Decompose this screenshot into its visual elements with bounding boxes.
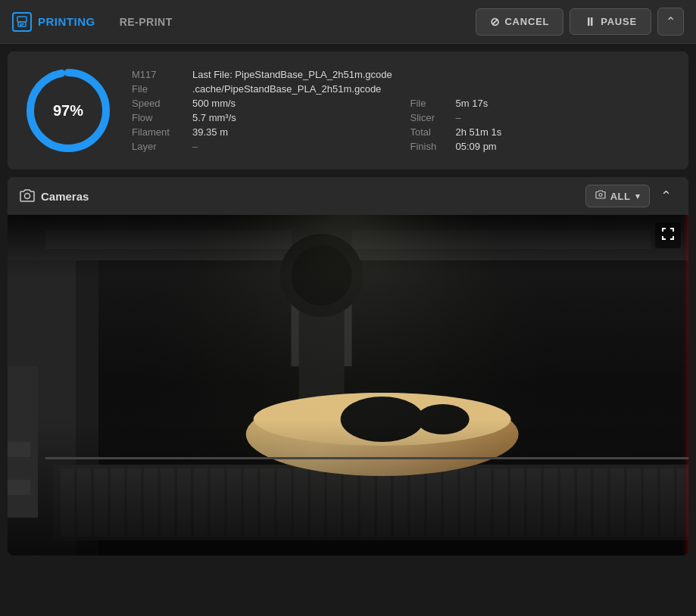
printing-badge: PRINTING [12,12,95,32]
printing-label: PRINTING [38,15,95,28]
svg-rect-0 [17,17,27,22]
flow-value: 5.7 mm³/s [192,112,410,123]
camera-icon [20,188,35,204]
collapse-icon: ⌃ [660,188,672,204]
chevron-down-icon: ▾ [635,191,641,201]
cameras-header: Cameras ALL ▾ ⌃ [8,177,688,215]
m117-value: Last File: PipeStandBase_PLA_2h51m.gcode [192,69,673,80]
pause-label: PAUSE [601,16,637,27]
flow-label: Flow [132,112,192,123]
cancel-label: CANCEL [504,16,549,27]
slicer-value: – [456,112,674,123]
cameras-all-button[interactable]: ALL ▾ [585,185,650,207]
svg-rect-3 [20,25,23,26]
header-right: ⊘ CANCEL ⏸ PAUSE ⌃ [476,8,684,36]
cancel-button[interactable]: ⊘ CANCEL [476,8,564,36]
m117-row: M117 Last File: PipeStandBase_PLA_2h51m.… [132,69,673,80]
filament-label: Filament [132,126,192,138]
fullscreen-button[interactable] [655,222,681,248]
info-rows: M117 Last File: PipeStandBase_PLA_2h51m.… [132,69,673,152]
file-label: File [132,83,192,95]
filament-value: 39.35 m [192,126,410,138]
layer-value: – [192,141,410,152]
file-time-value: 5m 17s [456,98,674,109]
printer-icon [12,12,32,32]
progress-percent: 97% [53,102,83,120]
cameras-title: Cameras [20,188,578,204]
header: PRINTING RE-PRINT ⊘ CANCEL ⏸ PAUSE ⌃ [0,0,696,44]
cameras-label: Cameras [41,190,89,203]
svg-rect-2 [20,23,24,25]
progress-circle: 97% [23,65,114,156]
all-camera-icon [595,190,606,202]
cameras-collapse-button[interactable]: ⌃ [656,186,676,206]
layer-label: Layer [132,141,192,152]
header-left: PRINTING RE-PRINT [12,12,476,32]
cameras-controls: ALL ▾ ⌃ [585,185,676,207]
camera-feed [8,215,688,555]
svg-point-7 [599,194,602,197]
header-chevron-button[interactable]: ⌃ [657,8,684,36]
flow-row: Flow 5.7 mm³/s Slicer – [132,112,673,123]
speed-value: 500 mm/s [192,98,410,109]
speed-label: Speed [132,98,192,109]
filament-row: Filament 39.35 m Total 2h 51m 1s [132,126,673,138]
pause-icon: ⏸ [584,15,596,28]
speed-row: Speed 500 mm/s File 5m 17s [132,98,673,109]
file-path-row: File .cache/PipeStandBase_PLA_2h51m.gcod… [132,83,673,95]
all-label: ALL [610,191,631,202]
m117-label: M117 [132,69,192,80]
camera-image-area [8,215,688,555]
svg-point-6 [25,193,30,198]
chevron-up-icon: ⌃ [666,14,676,29]
finish-value: 05:09 pm [456,141,674,152]
cancel-icon: ⊘ [490,15,501,29]
status-panel: 97% M117 Last File: PipeStandBase_PLA_2h… [8,51,688,170]
total-value: 2h 51m 1s [456,126,674,138]
file-value: .cache/PipeStandBase_PLA_2h51m.gcode [192,83,673,95]
layer-row: Layer – Finish 05:09 pm [132,141,673,152]
pause-button[interactable]: ⏸ PAUSE [570,8,651,35]
reprint-button[interactable]: RE-PRINT [114,13,179,31]
cameras-section: Cameras ALL ▾ ⌃ [8,177,688,555]
